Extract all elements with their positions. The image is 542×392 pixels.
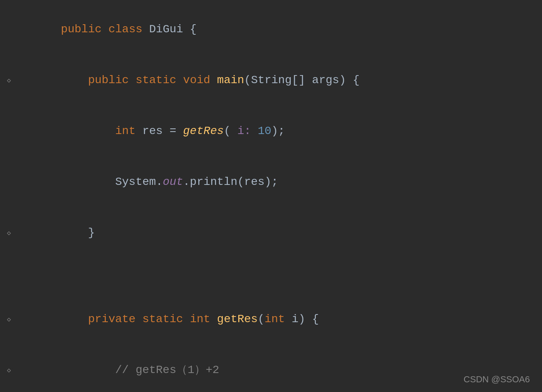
code-line: ◇ public static void main(String[] args)… (0, 55, 542, 106)
breakpoint-icon: ◇ (3, 227, 15, 239)
breakpoint-icon: ◇ (3, 75, 15, 86)
code-editor: public class DiGui { ◇ public static voi… (0, 0, 542, 392)
code-line (0, 258, 542, 276)
breakpoint-icon: ◇ (3, 314, 15, 325)
breakpoint-icon: ◇ (3, 365, 15, 376)
code-line: ◇ // getRes（1）+2 (0, 345, 542, 392)
code-line: ◇ } (0, 208, 542, 258)
code-line: System.out.println(res); (0, 157, 542, 208)
code-line: public class DiGui { (0, 4, 542, 55)
code-line (0, 276, 542, 294)
code-line: int res = getRes( i: 10); (0, 106, 542, 157)
code-line: ◇ private static int getRes(int i) { (0, 294, 542, 345)
watermark: CSDN @SSOA6 (464, 374, 530, 385)
